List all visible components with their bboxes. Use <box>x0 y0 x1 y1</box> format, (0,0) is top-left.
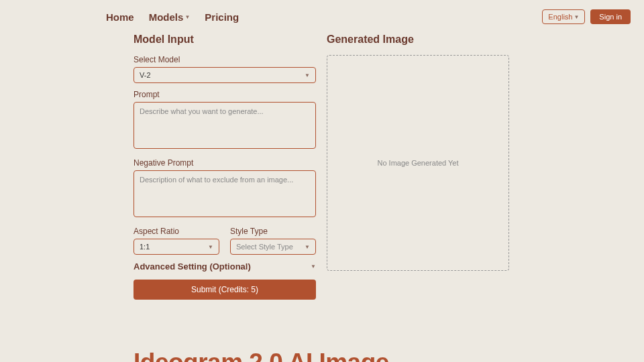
aspect-ratio-dropdown[interactable]: 1:1 ▼ <box>133 239 219 255</box>
model-input-title: Model Input <box>133 34 316 46</box>
nav: Home Models ▼ Pricing <box>106 11 239 23</box>
aspect-ratio-value: 1:1 <box>140 243 150 251</box>
prompt-label: Prompt <box>133 90 316 99</box>
negative-prompt-input[interactable] <box>133 170 316 217</box>
chevron-down-icon: ▼ <box>574 14 579 20</box>
select-model-label: Select Model <box>133 55 316 64</box>
chevron-down-icon: ▼ <box>311 263 316 269</box>
advanced-settings-toggle[interactable]: Advanced Setting (Optional) ▼ <box>133 261 316 272</box>
hero: Ideogram 2.0 AI Image Generator <box>0 300 644 362</box>
nav-models-label: Models <box>149 11 184 23</box>
generated-image-box: No Image Generated Yet <box>327 55 509 271</box>
aspect-ratio-label: Aspect Ratio <box>133 227 219 236</box>
negative-prompt-label: Negative Prompt <box>133 158 316 168</box>
header-right: English ▼ Sign in <box>542 9 631 24</box>
generated-image-empty: No Image Generated Yet <box>377 159 458 167</box>
chevron-down-icon: ▼ <box>305 244 310 250</box>
submit-button[interactable]: Submit (Credits: 5) <box>133 280 316 300</box>
style-type-field: Style Type Select Style Type ▼ <box>230 227 316 255</box>
select-model-value: V-2 <box>140 71 151 79</box>
main: Model Input Select Model V-2 ▼ Prompt Ne… <box>0 34 644 300</box>
select-model-dropdown[interactable]: V-2 ▼ <box>133 67 316 83</box>
language-label: English <box>548 13 572 21</box>
chevron-down-icon: ▼ <box>184 14 190 20</box>
negative-prompt-field: Negative Prompt <box>133 158 316 220</box>
nav-pricing[interactable]: Pricing <box>205 11 239 23</box>
nav-home[interactable]: Home <box>106 11 134 23</box>
generated-image-title: Generated Image <box>327 34 509 46</box>
signin-button[interactable]: Sign in <box>590 9 631 24</box>
style-type-placeholder: Select Style Type <box>236 243 293 251</box>
chevron-down-icon: ▼ <box>305 72 310 78</box>
nav-models[interactable]: Models ▼ <box>149 11 191 23</box>
style-type-dropdown[interactable]: Select Style Type ▼ <box>230 239 316 255</box>
header: Home Models ▼ Pricing English ▼ Sign in <box>0 0 644 34</box>
style-type-label: Style Type <box>230 227 316 236</box>
prompt-input[interactable] <box>133 102 316 149</box>
hero-title: Ideogram 2.0 AI Image Generator <box>133 348 511 362</box>
aspect-ratio-field: Aspect Ratio 1:1 ▼ <box>133 227 219 255</box>
ratio-style-row: Aspect Ratio 1:1 ▼ Style Type Select Sty… <box>133 227 316 255</box>
model-input-panel: Model Input Select Model V-2 ▼ Prompt Ne… <box>133 34 316 300</box>
language-selector[interactable]: English ▼ <box>542 9 585 24</box>
select-model-field: Select Model V-2 ▼ <box>133 55 316 83</box>
generated-image-panel: Generated Image No Image Generated Yet <box>327 34 509 300</box>
prompt-field: Prompt <box>133 90 316 152</box>
chevron-down-icon: ▼ <box>208 244 213 250</box>
advanced-settings-label: Advanced Setting (Optional) <box>133 261 251 272</box>
